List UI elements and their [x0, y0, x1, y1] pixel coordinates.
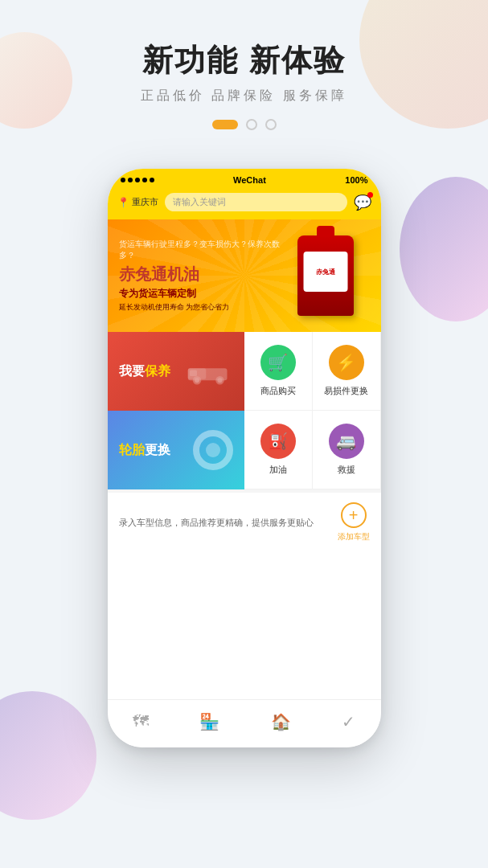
maintenance-card[interactable]: 我要保养 [108, 332, 244, 411]
parts-icon: ⚡ [329, 345, 364, 380]
carousel-dots [0, 119, 488, 130]
dot-1[interactable] [212, 120, 238, 129]
location-text: 重庆市 [132, 196, 158, 208]
banner-text: 货运车辆行驶里程多？变车损伤大？保养次数多？ 赤兔通机油 专为货运车辆定制 延长… [119, 239, 281, 313]
shopping-icon: 🛒 [260, 345, 296, 380]
add-btn-label: 添加车型 [338, 531, 370, 542]
fuel-label: 加油 [269, 464, 287, 476]
tire-icon [193, 430, 233, 470]
notification-badge [367, 192, 373, 198]
status-dot-3 [135, 178, 140, 182]
battery-status: 100% [345, 175, 367, 185]
bg-decoration-right [400, 177, 488, 321]
service-item-parts[interactable]: ⚡ 易损件更换 [313, 332, 381, 411]
service-item-fuel[interactable]: ⛽ 加油 [244, 411, 313, 489]
map-icon: 🗺 [133, 712, 149, 731]
add-car-text: 录入车型信息，商品推荐更精确，提供服务更贴心 [119, 516, 338, 530]
status-dot-1 [121, 178, 125, 182]
search-placeholder: 请输入关键词 [173, 197, 226, 207]
phone-mockup: WeChat 100% 📍 重庆市 请输入关键词 💬 货运车辆行驶里程多？变车损… [108, 169, 381, 747]
banner-description: 延长发动机使用寿命 为您省心省力 [119, 302, 281, 313]
store-icon: 🏪 [199, 712, 219, 731]
add-btn-icon: + [341, 502, 367, 528]
banner-title: 赤兔通机油 [119, 264, 281, 284]
bottom-navigation: 🗺 🏪 🏠 ✓ [108, 699, 381, 747]
hero-section: 新功能 新体验 正品低价 品牌保险 服务保障 [0, 40, 488, 130]
tire-highlight: 轮胎 [119, 443, 145, 457]
status-bar: WeChat 100% [108, 169, 381, 188]
status-dot-5 [150, 178, 154, 182]
add-car-button[interactable]: + 添加车型 [338, 502, 370, 542]
tire-label: 轮胎更换 [119, 442, 170, 459]
service-item-rescue[interactable]: 🚐 救援 [313, 411, 381, 489]
bg-decoration-bottom-left [0, 691, 96, 820]
maintenance-highlight: 保养 [145, 364, 170, 378]
search-bar: 📍 重庆市 请输入关键词 💬 [108, 188, 381, 219]
banner-image: 赤兔通 [281, 227, 370, 324]
status-dot-4 [142, 178, 147, 182]
svg-point-4 [195, 378, 199, 383]
banner-small-text: 货运车辆行驶里程多？变车损伤大？保养次数多？ [119, 239, 281, 261]
phone-frame: WeChat 100% 📍 重庆市 请输入关键词 💬 货运车辆行驶里程多？变车损… [108, 169, 381, 747]
nav-item-check[interactable]: ✓ [342, 712, 355, 731]
dot-2[interactable] [246, 119, 257, 130]
nav-item-home[interactable]: 🏠 [271, 712, 291, 731]
fuel-icon: ⛽ [260, 424, 296, 459]
promo-banner[interactable]: 货运车辆行驶里程多？变车损伤大？保养次数多？ 赤兔通机油 专为货运车辆定制 延长… [108, 219, 381, 332]
check-icon: ✓ [342, 712, 355, 731]
parts-label: 易损件更换 [324, 385, 368, 397]
location-tag[interactable]: 📍 重庆市 [117, 196, 158, 208]
notification-icon[interactable]: 💬 [354, 194, 371, 211]
service-grid: 我要保养 轮胎更换 [108, 332, 381, 489]
banner-subtitle: 专为货运车辆定制 [119, 287, 281, 301]
nav-item-store[interactable]: 🏪 [199, 712, 219, 731]
status-dot-2 [128, 178, 133, 182]
svg-rect-2 [190, 371, 197, 377]
rescue-icon: 🚐 [329, 424, 364, 459]
status-dots [121, 178, 154, 182]
shopping-label: 商品购买 [260, 385, 296, 397]
hero-subtitle: 正品低价 品牌保险 服务保障 [0, 88, 488, 104]
dot-3[interactable] [265, 119, 277, 130]
van-icon [185, 355, 233, 387]
service-right-column: 🛒 商品购买 ⚡ 易损件更换 ⛽ 加油 🚐 救援 [244, 332, 381, 489]
location-pin-icon: 📍 [117, 197, 129, 208]
nav-item-map[interactable]: 🗺 [133, 712, 149, 731]
rescue-label: 救援 [338, 464, 355, 476]
add-car-banner: 录入车型信息，商品推荐更精确，提供服务更贴心 + 添加车型 [108, 489, 381, 552]
hero-title: 新功能 新体验 [0, 40, 488, 81]
app-name: WeChat [233, 175, 266, 185]
maintenance-label: 我要保养 [119, 363, 170, 380]
search-input[interactable]: 请输入关键词 [165, 193, 347, 211]
tire-card[interactable]: 轮胎更换 [108, 411, 244, 489]
home-icon: 🏠 [271, 712, 291, 731]
service-item-shopping[interactable]: 🛒 商品购买 [244, 332, 313, 411]
oil-bottle-label: 赤兔通 [303, 252, 347, 292]
oil-bottle: 赤兔通 [297, 235, 354, 316]
svg-point-6 [217, 378, 222, 383]
service-left-column: 我要保养 轮胎更换 [108, 332, 244, 489]
